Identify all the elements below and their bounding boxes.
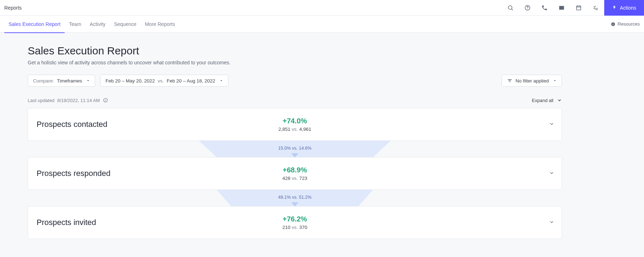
info-icon[interactable] [103, 97, 108, 103]
expand-all-label: Expand all [532, 98, 553, 103]
card-value-a: 2,851 [278, 127, 291, 132]
card-value-a: 210 [282, 225, 291, 230]
actions-button[interactable]: Actions [604, 0, 644, 16]
card-center: +74.0% 2,851 vs. 4,961 [278, 117, 311, 132]
card-title: Prospects responded [37, 169, 110, 178]
card-pct: +68.9% [282, 166, 307, 174]
filter-label: No filter applied [515, 78, 549, 84]
svg-point-3 [527, 9, 528, 10]
card-value-a: 428 [282, 176, 291, 181]
card-pct: +76.2% [282, 215, 307, 223]
timeframe-dropdown[interactable]: Feb 20 – May 20, 2022 vs. Feb 20 – Aug 1… [100, 75, 228, 87]
svg-rect-12 [613, 23, 613, 23]
lightning-icon [612, 5, 617, 11]
tabs-row: Sales Execution Report Team Activity Seq… [0, 16, 644, 33]
search-icon[interactable] [502, 0, 519, 16]
chevron-down-icon [549, 219, 554, 226]
range-a: Feb 20 – May 20, 2022 [105, 78, 155, 84]
compare-value: Timeframes [57, 78, 82, 84]
chevron-down-icon [553, 79, 557, 82]
compare-prefix: Compare: [33, 78, 54, 84]
info-icon [611, 22, 616, 27]
metric-card-prospects-invited[interactable]: Prospects invited +76.2% 210 vs. 370 [28, 206, 562, 239]
card-vs: 2,851 vs. 4,961 [278, 127, 311, 132]
card-pct: +74.0% [278, 117, 311, 125]
meta-row: Last updated 8/19/2022, 11:14 AM Expand … [28, 97, 562, 103]
filter-row: Compare: Timeframes Feb 20 – May 20, 202… [28, 75, 562, 87]
card-title: Prospects contacted [37, 120, 107, 129]
card-title: Prospects invited [37, 218, 96, 227]
funnel-text: 49.1% vs. 51.2% [278, 195, 312, 200]
last-updated-label: Last updated [28, 98, 54, 103]
tab-more-reports[interactable]: More Reports [141, 16, 179, 33]
range-b: Feb 20 – Aug 18, 2022 [167, 78, 215, 84]
page-title: Sales Execution Report [28, 45, 562, 57]
filter-dropdown[interactable]: No filter applied [502, 75, 562, 87]
card-center: +76.2% 210 vs. 370 [282, 215, 307, 230]
top-icon-bar [502, 0, 604, 16]
funnel-connector: 49.1% vs. 51.2% [28, 190, 562, 206]
svg-rect-11 [613, 23, 613, 25]
card-vs: 428 vs. 723 [282, 176, 307, 181]
tab-activity[interactable]: Activity [86, 16, 110, 33]
compare-dropdown[interactable]: Compare: Timeframes [28, 75, 95, 87]
tab-sequence[interactable]: Sequence [110, 16, 141, 33]
card-value-b: 723 [299, 176, 307, 181]
help-icon[interactable] [519, 0, 536, 16]
resources-label: Resources [618, 21, 640, 27]
last-updated-value: 8/19/2022, 11:14 AM [57, 98, 100, 103]
page-subtitle: Get a holistic view of activity across c… [28, 60, 562, 65]
svg-line-1 [512, 9, 513, 10]
metric-card-prospects-contacted[interactable]: Prospects contacted +74.0% 2,851 vs. 4,9… [28, 108, 562, 141]
expand-all-button[interactable]: Expand all [532, 98, 562, 103]
funnel-connector: 15.0% vs. 14.6% [28, 141, 562, 157]
app-title: Reports [4, 5, 22, 11]
resources-link[interactable]: Resources [611, 21, 640, 27]
tab-label: More Reports [145, 21, 175, 27]
main-content: Sales Execution Report Get a holistic vi… [0, 33, 590, 253]
tab-label: Team [69, 21, 81, 27]
svg-point-0 [508, 6, 512, 10]
metric-card-prospects-responded[interactable]: Prospects responded +68.9% 428 vs. 723 [28, 157, 562, 190]
card-vs-label: vs. [292, 127, 298, 132]
tab-team[interactable]: Team [65, 16, 85, 33]
tab-label: Activity [90, 21, 105, 27]
tab-label: Sales Execution Report [9, 21, 60, 27]
calendar-icon[interactable] [570, 0, 587, 16]
tasks-icon[interactable] [587, 0, 604, 16]
svg-rect-4 [577, 6, 581, 10]
card-value-b: 4,961 [299, 127, 311, 132]
chevron-down-icon [549, 121, 554, 128]
chevron-down-icon [220, 79, 223, 82]
chevron-down-icon [557, 98, 562, 103]
actions-label: Actions [620, 5, 636, 11]
card-center: +68.9% 428 vs. 723 [282, 166, 307, 181]
mail-icon[interactable] [553, 0, 570, 16]
tab-sales-execution-report[interactable]: Sales Execution Report [4, 16, 65, 33]
filter-icon [507, 78, 513, 84]
card-vs: 210 vs. 370 [282, 225, 307, 230]
card-vs-label: vs. [292, 176, 298, 181]
top-header: Reports Actions [0, 0, 644, 16]
phone-icon[interactable] [536, 0, 553, 16]
chevron-down-icon [86, 79, 90, 82]
card-value-b: 370 [299, 225, 307, 230]
vs-label: vs. [158, 78, 164, 84]
card-vs-label: vs. [292, 225, 298, 230]
funnel-text: 15.0% vs. 14.6% [278, 146, 312, 151]
chevron-down-icon [549, 170, 554, 177]
svg-point-18 [105, 99, 106, 100]
tab-label: Sequence [114, 21, 136, 27]
